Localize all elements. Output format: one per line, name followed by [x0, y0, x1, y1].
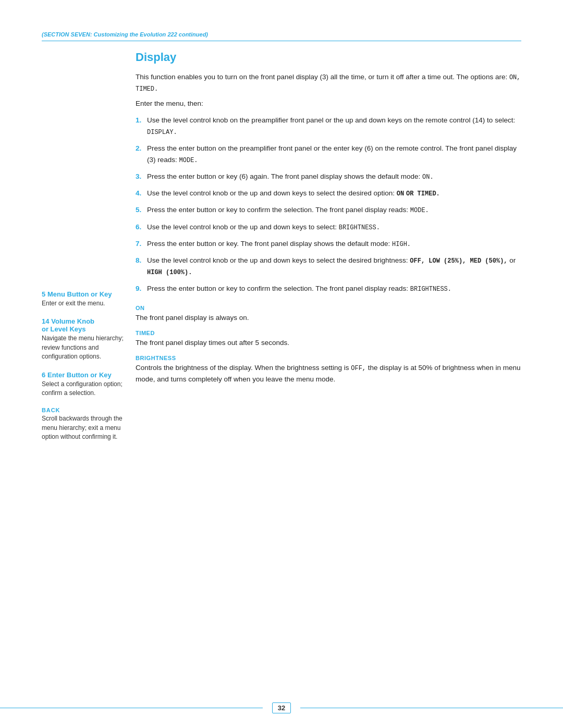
page-number: 32 — [272, 702, 291, 713]
footer-line-left — [0, 708, 263, 708]
step-6-text: Use the level control knob or the up and… — [147, 221, 521, 233]
page: (SECTION SEVEN: Customizing the Evolutio… — [0, 0, 563, 728]
step-2-text: Press the enter button on the preamplifi… — [147, 143, 521, 166]
section-divider — [42, 41, 521, 41]
step-4-num: 4. — [136, 188, 147, 199]
sidebar-title-enter: Enter Button or Key — [47, 371, 112, 379]
sidebar-num-6: 6 — [42, 371, 45, 379]
sidebar-item-menu: 5 Menu Button or Key Enter or exit the m… — [42, 290, 125, 308]
sub-label-brightness: BRIGHTNESS — [136, 355, 521, 361]
step-9-num: 9. — [136, 283, 147, 294]
sidebar-item-num-label-14: 14 Volume Knobor Level Keys — [42, 317, 125, 333]
step-1-text: Use the level control knob on the preamp… — [147, 115, 521, 138]
sub-label-timed: TIMED — [136, 330, 521, 336]
step-1: 1. Use the level control knob on the pre… — [136, 115, 521, 138]
sidebar-item-enter: 6 Enter Button or Key Select a configura… — [42, 371, 125, 398]
step-2-num: 2. — [136, 143, 147, 166]
step-2: 2. Press the enter button on the preampl… — [136, 143, 521, 166]
sidebar-num-14: 14 — [42, 317, 49, 325]
steps-list: 1. Use the level control knob on the pre… — [136, 115, 521, 294]
footer-line-right — [300, 708, 563, 708]
section-tag: (SECTION SEVEN: Customizing the Evolutio… — [42, 31, 521, 38]
footer: 32 — [0, 702, 563, 713]
step-8-num: 8. — [136, 255, 147, 278]
sub-text-on: The front panel display is always on. — [136, 312, 521, 324]
step-9: 9. Press the enter button or key to conf… — [136, 283, 521, 294]
sidebar-back-desc: Scroll backwards through the menu hierar… — [42, 414, 125, 441]
step-5-num: 5. — [136, 204, 147, 216]
sidebar: 5 Menu Button or Key Enter or exit the m… — [42, 51, 130, 451]
sidebar-desc-enter: Select a configuration option; confirm a… — [42, 380, 125, 398]
step-3-num: 3. — [136, 171, 147, 182]
enter-menu-label: Enter the menu, then: — [136, 100, 521, 107]
sidebar-item-num-label: 5 Menu Button or Key — [42, 290, 125, 298]
sub-label-on: ON — [136, 305, 521, 311]
step-6: 6. Use the level control knob or the up … — [136, 221, 521, 233]
step-9-text: Press the enter button or key to confirm… — [147, 283, 521, 294]
step-7-text: Press the enter button or key. The front… — [147, 238, 521, 250]
step-3: 3. Press the enter button or key (6) aga… — [136, 171, 521, 182]
step-7: 7. Press the enter button or key. The fr… — [136, 238, 521, 250]
step-8: 8. Use the level control knob or the up … — [136, 255, 521, 278]
step-7-num: 7. — [136, 238, 147, 250]
sidebar-back-label: BACK — [42, 407, 125, 413]
step-6-num: 6. — [136, 221, 147, 233]
step-4: 4. Use the level control knob or the up … — [136, 188, 521, 199]
step-1-num: 1. — [136, 115, 147, 138]
sidebar-item-volume: 14 Volume Knobor Level Keys Navigate the… — [42, 317, 125, 361]
sidebar-num-5: 5 — [42, 290, 45, 298]
section-header: (SECTION SEVEN: Customizing the Evolutio… — [0, 0, 563, 41]
step-8-text: Use the level control knob or the up and… — [147, 255, 521, 278]
sub-text-timed: The front panel display times out after … — [136, 337, 521, 349]
sidebar-desc-volume: Navigate the menu hierarchy; review func… — [42, 334, 125, 361]
step-3-text: Press the enter button or key (6) again.… — [147, 171, 521, 182]
page-title: Display — [136, 51, 521, 64]
content-area: Display This function enables you to tur… — [130, 51, 521, 451]
sidebar-item-back: BACK Scroll backwards through the menu h… — [42, 407, 125, 441]
step-5-text: Press the enter button or key to confirm… — [147, 204, 521, 216]
sidebar-desc-menu: Enter or exit the menu. — [42, 299, 125, 308]
intro-line1: This function enables you to turn on the… — [136, 73, 509, 81]
step-4-text: Use the level control knob or the up and… — [147, 188, 521, 199]
sidebar-title-menu: Menu Button or Key — [47, 290, 112, 298]
sidebar-title-volume: Volume Knobor Level Keys — [42, 317, 94, 333]
sub-text-brightness: Controls the brightness of the display. … — [136, 362, 521, 385]
intro-text: This function enables you to turn on the… — [136, 71, 521, 94]
sidebar-item-num-label-6: 6 Enter Button or Key — [42, 371, 125, 379]
step-5: 5. Press the enter button or key to conf… — [136, 204, 521, 216]
main-content: 5 Menu Button or Key Enter or exit the m… — [0, 51, 563, 451]
